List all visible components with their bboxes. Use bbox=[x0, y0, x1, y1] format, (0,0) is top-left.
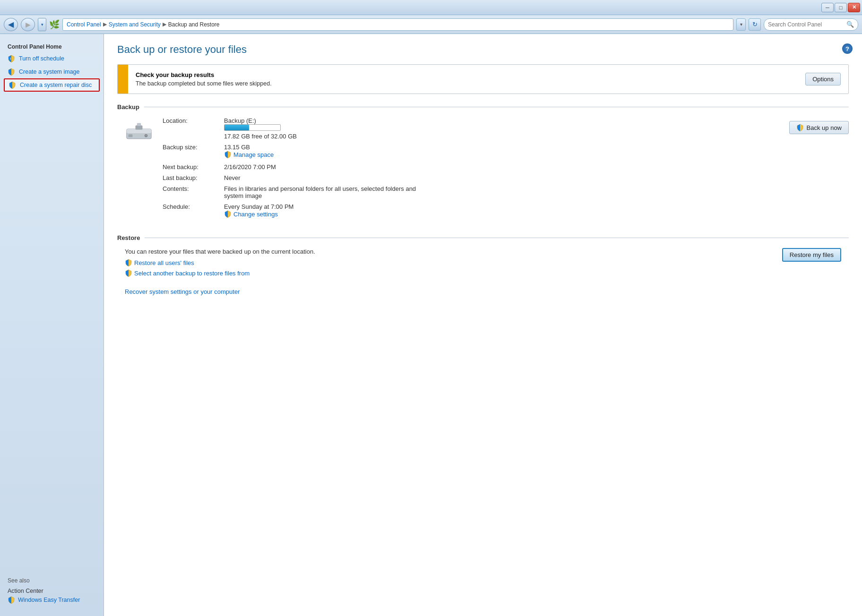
restore-section-title: Restore bbox=[117, 234, 140, 241]
change-settings-link[interactable]: Change settings bbox=[224, 210, 278, 218]
restore-section: Restore You can restore your files that … bbox=[117, 234, 849, 295]
backup-size-row: Backup size: 13.15 GB Manage space bbox=[163, 144, 432, 160]
forward-button[interactable]: ▶ bbox=[21, 18, 35, 31]
restore-section-header: Restore bbox=[117, 234, 849, 241]
last-backup-value: Never bbox=[224, 174, 241, 181]
shield-icon-easy-transfer bbox=[8, 596, 15, 604]
address-dropdown-button[interactable]: ▾ bbox=[736, 18, 746, 31]
back-up-now-button[interactable]: Back up now bbox=[789, 121, 849, 134]
svg-text:!: ! bbox=[10, 57, 11, 60]
create-repair-disc-label: Create a system repair disc bbox=[20, 82, 92, 88]
restore-desc: You can restore your files that were bac… bbox=[125, 248, 315, 255]
address-bar: ◀ ▶ ▾ 🌿 Control Panel ▶ System and Secur… bbox=[0, 15, 862, 34]
backup-section-header: Backup bbox=[117, 103, 849, 111]
close-button[interactable]: ✕ bbox=[848, 3, 860, 12]
schedule-value: Every Sunday at 7:00 PM bbox=[224, 203, 293, 210]
contents-label: Contents: bbox=[163, 185, 224, 192]
refresh-button[interactable]: ↻ bbox=[749, 18, 761, 31]
manage-space-link[interactable]: Manage space bbox=[224, 151, 274, 158]
warning-banner: Check your backup results The backup com… bbox=[117, 64, 849, 94]
backup-button-area: Back up now bbox=[789, 117, 849, 134]
back-up-now-label: Back up now bbox=[807, 124, 842, 131]
change-settings-label: Change settings bbox=[233, 211, 278, 218]
options-button[interactable]: Options bbox=[805, 73, 841, 86]
shield-icon-select-backup bbox=[125, 269, 132, 277]
history-dropdown-button[interactable]: ▾ bbox=[38, 18, 46, 31]
path-system-security[interactable]: System and Security bbox=[109, 21, 161, 28]
restore-all-users-label: Restore all users' files bbox=[134, 259, 194, 266]
drive-icon bbox=[125, 121, 153, 142]
sidebar-item-create-repair-disc[interactable]: Create a system repair disc bbox=[4, 78, 100, 92]
backup-section: Backup bbox=[117, 103, 849, 223]
select-another-backup-link[interactable]: Select another backup to restore files f… bbox=[125, 269, 315, 277]
svg-rect-3 bbox=[129, 134, 133, 137]
next-backup-label: Next backup: bbox=[163, 163, 224, 171]
page-title: Back up or restore your files bbox=[117, 43, 849, 56]
schedule-label: Schedule: bbox=[163, 203, 224, 210]
warning-title: Check your backup results bbox=[136, 71, 790, 78]
next-backup-value: 2/16/2020 7:00 PM bbox=[224, 163, 276, 171]
sidebar-item-create-system-image[interactable]: Create a system image bbox=[0, 65, 103, 78]
warning-text: The backup completed but some files were… bbox=[136, 80, 790, 87]
backup-section-title: Backup bbox=[117, 103, 139, 111]
see-also-title: See also bbox=[8, 577, 96, 584]
back-button[interactable]: ◀ bbox=[4, 18, 18, 31]
search-box[interactable]: 🔍 bbox=[764, 18, 858, 31]
backup-info: Location: Backup (E:) 17.82 GB free of 3… bbox=[163, 117, 432, 223]
sidebar-item-turn-off-schedule[interactable]: ! Turn off schedule bbox=[0, 52, 103, 65]
shield-icon-restore-all bbox=[125, 259, 132, 266]
path-control-panel[interactable]: Control Panel bbox=[67, 21, 101, 28]
shield-icon-manage bbox=[224, 151, 232, 158]
main-layout: Control Panel Home ! Turn off schedule C… bbox=[0, 34, 862, 616]
nav-icon: 🌿 bbox=[49, 19, 60, 30]
path-current: Backup and Restore bbox=[168, 21, 220, 28]
path-sep-1: ▶ bbox=[103, 21, 107, 27]
recover-system-area: Recover system settings or your computer bbox=[125, 288, 841, 295]
backup-size-label: Backup size: bbox=[163, 144, 224, 151]
svg-rect-7 bbox=[137, 123, 141, 126]
sidebar-home-link[interactable]: Control Panel Home bbox=[0, 40, 103, 52]
manage-space-label: Manage space bbox=[233, 151, 274, 158]
warning-btn-area: Options bbox=[798, 65, 848, 94]
location-value: Backup (E:) bbox=[224, 117, 297, 124]
disk-free-value: 17.82 GB free of 32.00 GB bbox=[224, 133, 297, 140]
restore-my-files-button[interactable]: Restore my files bbox=[782, 248, 841, 262]
shield-icon-turn-off: ! bbox=[8, 55, 15, 62]
easy-transfer-label: Windows Easy Transfer bbox=[18, 597, 80, 603]
warning-content: Check your backup results The backup com… bbox=[128, 65, 798, 94]
contents-value: Files in libraries and personal folders … bbox=[224, 185, 432, 199]
help-icon[interactable]: ? bbox=[842, 43, 853, 54]
recover-system-label: Recover system settings or your computer bbox=[125, 288, 240, 295]
disk-icon-area bbox=[125, 121, 153, 142]
last-backup-row: Last backup: Never bbox=[163, 174, 432, 181]
shield-icon-repair-disc bbox=[9, 81, 16, 89]
shield-icon-settings bbox=[224, 210, 232, 218]
recover-system-link[interactable]: Recover system settings or your computer bbox=[125, 288, 240, 295]
address-path[interactable]: Control Panel ▶ System and Security ▶ Ba… bbox=[62, 18, 733, 31]
title-bar-buttons: ─ □ ✕ bbox=[821, 3, 860, 12]
next-backup-row: Next backup: 2/16/2020 7:00 PM bbox=[163, 163, 432, 171]
search-icon[interactable]: 🔍 bbox=[846, 21, 854, 28]
sidebar: Control Panel Home ! Turn off schedule C… bbox=[0, 34, 104, 616]
title-bar: ─ □ ✕ bbox=[0, 0, 862, 15]
maximize-button[interactable]: □ bbox=[835, 3, 847, 12]
select-another-label: Select another backup to restore files f… bbox=[134, 270, 250, 277]
restore-content: You can restore your files that were bac… bbox=[117, 248, 849, 295]
content-area: ? Back up or restore your files Check yo… bbox=[104, 34, 862, 616]
restore-section-line bbox=[145, 238, 849, 238]
see-also-section: See also Action Center Windows Easy Tran… bbox=[0, 572, 103, 610]
sidebar-action-center-link[interactable]: Action Center bbox=[8, 587, 96, 595]
sidebar-windows-easy-transfer-link[interactable]: Windows Easy Transfer bbox=[8, 595, 96, 605]
svg-point-5 bbox=[146, 135, 147, 136]
backup-size-value: 13.15 GB bbox=[224, 144, 274, 151]
restore-all-users-link[interactable]: Restore all users' files bbox=[125, 259, 315, 266]
create-system-image-label: Create a system image bbox=[19, 68, 80, 75]
contents-row: Contents: Files in libraries and persona… bbox=[163, 185, 432, 199]
restore-links: Restore all users' files Select another … bbox=[125, 259, 315, 277]
search-input[interactable] bbox=[768, 21, 845, 28]
minimize-button[interactable]: ─ bbox=[821, 3, 834, 12]
last-backup-label: Last backup: bbox=[163, 174, 224, 181]
progress-bar-fill bbox=[224, 125, 249, 130]
path-sep-2: ▶ bbox=[163, 21, 166, 27]
shield-icon-backup-btn bbox=[796, 124, 804, 131]
